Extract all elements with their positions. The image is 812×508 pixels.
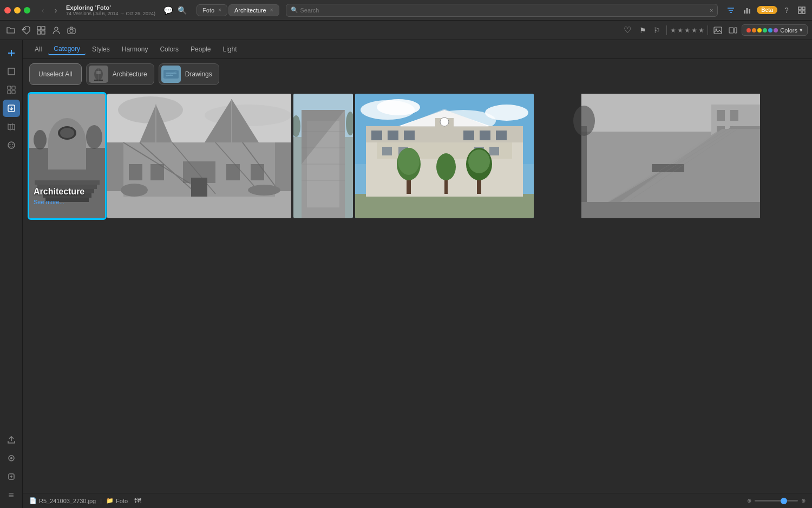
toolbar-actions-right: ♡ ⚑ ⚐ ★ ★ ★ ★ ★ [621, 24, 808, 37]
filter-button[interactable] [724, 4, 737, 17]
toolbar-folder-icon[interactable] [4, 24, 17, 37]
sidebar-import-button[interactable] [3, 100, 20, 117]
flag-red-button[interactable]: ⚑ [636, 24, 649, 37]
search-input[interactable] [300, 7, 710, 14]
svg-rect-14 [42, 31, 45, 34]
maximize-window-button[interactable] [24, 7, 30, 14]
svg-rect-11 [37, 27, 41, 30]
photo-cell-5[interactable] [536, 94, 806, 218]
svg-rect-76 [129, 164, 142, 180]
svg-point-98 [377, 99, 420, 115]
nav-buttons: ‹ › [37, 4, 62, 16]
tab-architecture-close[interactable]: × [270, 7, 273, 13]
category-architecture-label: Architecture [113, 70, 147, 78]
svg-rect-110 [404, 131, 415, 140]
filter-tab-styles[interactable]: Styles [87, 44, 115, 55]
filter-tab-light[interactable]: Light [217, 44, 242, 55]
back-button[interactable]: ‹ [37, 4, 49, 16]
svg-rect-6 [798, 7, 801, 10]
svg-point-15 [55, 27, 58, 30]
tab-foto-close[interactable]: × [218, 7, 221, 13]
svg-rect-28 [12, 90, 15, 94]
svg-rect-9 [802, 11, 805, 14]
svg-rect-109 [388, 131, 398, 140]
category-architecture-thumb[interactable]: Architecture [86, 63, 154, 85]
photo-view-button-2[interactable] [726, 24, 739, 37]
star-5[interactable]: ★ [698, 27, 704, 34]
photo-cell-4[interactable] [355, 94, 534, 218]
architecture-thumbnail-img [89, 66, 108, 83]
colors-button[interactable]: Colors ▾ [742, 24, 808, 36]
photo-cell-3[interactable] [293, 94, 353, 218]
category-drawings-label: Drawings [185, 70, 212, 78]
sidebar-map-button[interactable] [3, 118, 20, 135]
help-button[interactable]: ? [781, 4, 793, 16]
forward-button[interactable]: › [50, 4, 62, 16]
architecture-thumbnail-svg [89, 66, 108, 83]
svg-rect-27 [8, 90, 11, 94]
sidebar-faces-button[interactable] [3, 136, 20, 154]
tab-foto-label: Foto [202, 7, 214, 14]
filter-tab-people[interactable]: People [185, 44, 216, 55]
chart-button[interactable] [741, 4, 754, 17]
svg-rect-114 [382, 147, 392, 155]
sidebar-bottom: ≡ [3, 431, 20, 504]
zoom-button[interactable]: 🔍 [176, 4, 188, 16]
close-window-button[interactable] [4, 7, 11, 14]
star-1[interactable]: ★ [670, 27, 676, 34]
photo-view-button-1[interactable] [711, 24, 724, 37]
tab-architecture[interactable]: Architecture × [228, 4, 279, 16]
tab-foto[interactable]: Foto × [197, 4, 227, 16]
stars-rating[interactable]: ★ ★ ★ ★ ★ [670, 27, 704, 34]
svg-rect-12 [42, 27, 45, 30]
category-drawings-thumb[interactable]: Drawings [159, 63, 219, 85]
minimize-window-button[interactable] [14, 7, 21, 14]
drawings-thumbnail-img [161, 66, 181, 83]
speech-button[interactable]: 💬 [162, 4, 174, 16]
heart-button[interactable]: ♡ [621, 24, 634, 37]
photo-4-image [355, 94, 534, 218]
content-area: All Category Styles Harmony Colors Peopl… [23, 40, 812, 508]
photo-3-image [293, 94, 353, 218]
sidebar-menu-button[interactable]: ≡ [3, 486, 20, 504]
unselect-all-button[interactable]: Unselect All [29, 63, 82, 85]
toolbar-person-icon[interactable] [50, 24, 63, 37]
filter-tab-category[interactable]: Category [48, 43, 86, 55]
layout-button[interactable] [796, 4, 808, 16]
svg-rect-140 [652, 164, 684, 172]
toolbar-camera-icon[interactable] [65, 24, 78, 37]
filter-tab-colors[interactable]: Colors [154, 44, 184, 55]
star-4[interactable]: ★ [691, 27, 697, 34]
sidebar-add-button[interactable] [3, 44, 20, 62]
flag-button[interactable]: ⚐ [650, 24, 663, 37]
sidebar-fullscreen-button[interactable] [3, 63, 20, 80]
svg-point-146 [573, 106, 595, 136]
svg-rect-108 [371, 131, 382, 140]
sidebar-share-button[interactable] [3, 431, 20, 448]
sidebar-plugin2-button[interactable] [3, 468, 20, 485]
filter-tab-harmony[interactable]: Harmony [116, 44, 154, 55]
file-icon: 📄 [29, 497, 37, 504]
swatch-purple [774, 28, 778, 32]
colors-label: Colors [780, 27, 797, 34]
photo-5-image [536, 94, 806, 218]
status-file: 📄 R5_241003_2730.jpg [29, 497, 96, 504]
sidebar-plugin1-button[interactable] [3, 450, 20, 467]
toolbar-grid-icon[interactable] [35, 24, 48, 37]
toolbar-tag-icon[interactable] [19, 24, 32, 37]
toolbar: ♡ ⚑ ⚐ ★ ★ ★ ★ ★ [0, 21, 812, 40]
svg-rect-144 [581, 202, 760, 218]
filter-tab-all[interactable]: All [29, 44, 47, 55]
svg-point-127 [468, 149, 490, 173]
svg-point-34 [12, 144, 13, 145]
status-filename: R5_241003_2730.jpg [39, 498, 96, 504]
star-2[interactable]: ★ [677, 27, 683, 34]
zoom-slider[interactable] [755, 500, 798, 502]
photo-cell-1[interactable]: Architecture See more... [29, 94, 105, 218]
svg-rect-26 [12, 86, 15, 89]
photo-cell-2[interactable] [107, 94, 291, 218]
sidebar-grid-button[interactable] [3, 81, 20, 99]
search-clear-button[interactable]: × [710, 7, 713, 14]
swatch-blue [768, 28, 772, 32]
star-3[interactable]: ★ [684, 27, 690, 34]
